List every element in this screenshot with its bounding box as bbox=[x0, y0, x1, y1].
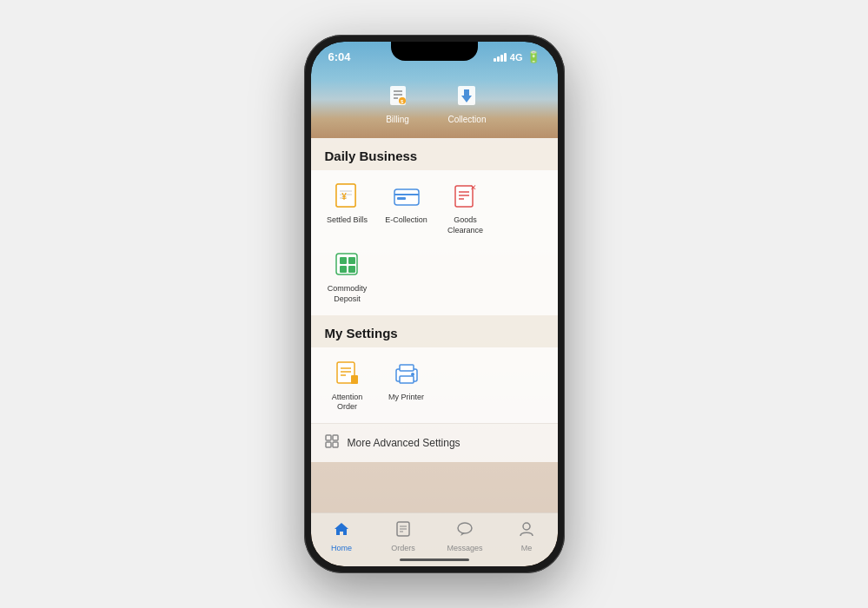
battery-icon: 🔋 bbox=[527, 50, 540, 63]
daily-business-card: ¥ Settled Bills bbox=[311, 170, 558, 315]
goods-clearance-item[interactable]: ✕ Goods Clearance bbox=[443, 181, 488, 235]
svg-point-37 bbox=[411, 373, 414, 376]
settled-bills-icon: ¥ bbox=[332, 181, 363, 212]
e-collection-item[interactable]: E-Collection bbox=[384, 181, 429, 226]
svg-rect-26 bbox=[348, 257, 355, 264]
svg-rect-28 bbox=[348, 266, 355, 273]
nav-messages-label: Messages bbox=[447, 544, 482, 552]
collection-label: Collection bbox=[448, 115, 487, 124]
me-icon bbox=[518, 520, 535, 542]
daily-business-title: Daily Business bbox=[311, 138, 558, 170]
settled-bills-label: Settled Bills bbox=[327, 215, 368, 226]
e-collection-label: E-Collection bbox=[385, 215, 427, 226]
nav-me[interactable]: Me bbox=[496, 520, 558, 552]
phone-screen: 6:04 4G 🔋 bbox=[311, 42, 558, 566]
hero-collection-item[interactable]: Collection bbox=[448, 80, 487, 124]
messages-icon bbox=[456, 520, 474, 542]
status-time: 6:04 bbox=[328, 50, 351, 63]
attention-order-item[interactable]: Attention Order bbox=[325, 358, 370, 413]
hero-billing-item[interactable]: $ Billing bbox=[382, 80, 414, 124]
svg-text:✕: ✕ bbox=[470, 183, 477, 192]
goods-clearance-icon: ✕ bbox=[450, 181, 481, 212]
billing-icon: $ bbox=[382, 80, 414, 111]
nav-orders-label: Orders bbox=[391, 544, 415, 552]
advanced-settings-icon bbox=[325, 434, 339, 452]
e-collection-icon bbox=[391, 181, 422, 212]
my-printer-item[interactable]: My Printer bbox=[384, 358, 429, 413]
settled-bills-item[interactable]: ¥ Settled Bills bbox=[325, 181, 370, 226]
nav-home-label: Home bbox=[331, 544, 352, 552]
svg-rect-39 bbox=[333, 435, 338, 440]
network-label: 4G bbox=[510, 52, 523, 63]
goods-clearance-label: Goods Clearance bbox=[443, 215, 488, 235]
daily-business-section: Daily Business bbox=[311, 138, 558, 315]
my-printer-label: My Printer bbox=[388, 393, 424, 403]
my-printer-icon bbox=[391, 358, 422, 389]
my-settings-title: My Settings bbox=[311, 315, 558, 347]
attention-order-label: Attention Order bbox=[325, 393, 370, 413]
svg-point-49 bbox=[523, 523, 530, 530]
notch bbox=[391, 42, 478, 61]
svg-text:¥: ¥ bbox=[341, 192, 347, 202]
phone-frame: 6:04 4G 🔋 bbox=[304, 35, 565, 573]
nav-orders[interactable]: Orders bbox=[373, 520, 434, 552]
svg-point-47 bbox=[458, 523, 472, 533]
my-settings-card: Attention Order bbox=[311, 347, 558, 423]
nav-home[interactable]: Home bbox=[311, 520, 373, 552]
svg-rect-8 bbox=[464, 89, 469, 96]
attention-order-icon bbox=[332, 358, 363, 389]
svg-rect-40 bbox=[326, 442, 331, 447]
commodity-deposit-item[interactable]: Commodity Deposit bbox=[325, 249, 370, 304]
nav-messages[interactable]: Messages bbox=[434, 520, 496, 552]
nav-me-label: Me bbox=[521, 544, 533, 552]
advanced-settings-label: More Advanced Settings bbox=[348, 437, 461, 449]
collection-icon bbox=[451, 80, 482, 111]
svg-marker-42 bbox=[335, 523, 348, 535]
svg-rect-35 bbox=[400, 365, 414, 371]
home-indicator bbox=[400, 558, 469, 561]
my-settings-section: My Settings bbox=[311, 315, 558, 462]
home-icon bbox=[333, 520, 350, 542]
svg-rect-41 bbox=[333, 442, 338, 447]
advanced-settings-row[interactable]: More Advanced Settings bbox=[311, 423, 558, 462]
svg-rect-38 bbox=[326, 435, 331, 440]
svg-rect-18 bbox=[397, 197, 406, 200]
billing-label: Billing bbox=[386, 115, 409, 124]
svg-rect-27 bbox=[340, 266, 347, 273]
commodity-deposit-icon bbox=[332, 249, 363, 281]
svg-rect-33 bbox=[351, 375, 358, 384]
svg-rect-36 bbox=[400, 376, 414, 383]
signal-icon bbox=[494, 53, 507, 62]
commodity-deposit-label: Commodity Deposit bbox=[325, 284, 370, 304]
svg-rect-25 bbox=[340, 257, 347, 264]
orders-icon bbox=[394, 520, 412, 542]
